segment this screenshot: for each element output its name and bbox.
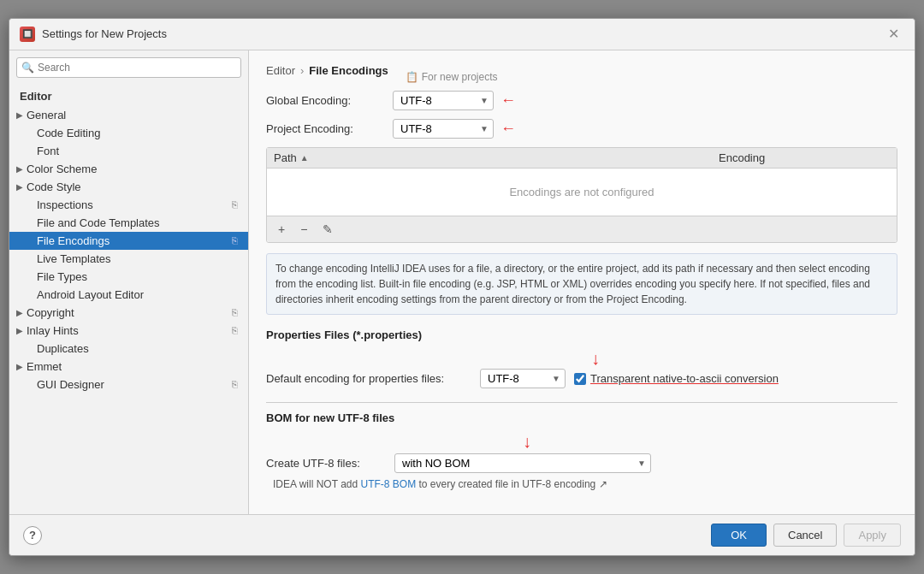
section-divider [266,402,897,403]
bom-heading: BOM for new UTF-8 files [266,411,897,424]
sidebar-item-file-types[interactable]: File Types [9,268,248,286]
sidebar-item-color-scheme[interactable]: ▶ Color Scheme [9,160,248,178]
table-toolbar: + − ✎ [267,216,897,243]
sidebar-item-code-style[interactable]: ▶ Code Style [9,178,248,196]
project-encoding-select[interactable]: UTF-8 UTF-16 ISO-8859-1 Windows-1252 [393,119,494,139]
content-area: 🔍 Editor ▶ General Code Editing Font ▶ [9,50,915,515]
path-column-label: Path [274,151,297,164]
gui-designer-badge: ⎘ [232,379,238,389]
sidebar: 🔍 Editor ▶ General Code Editing Font ▶ [9,50,249,515]
sort-asc-icon: ▲ [300,153,309,163]
props-encoding-select-wrapper: UTF-8 UTF-16 ISO-8859-1 ▼ [480,369,566,388]
breadcrumb: Editor › File Encodings [266,64,388,77]
create-utf8-row: Create UTF-8 files: with NO BOM with BOM… [266,453,897,473]
sidebar-section: Editor ▶ General Code Editing Font ▶ Col… [9,83,248,397]
sidebar-item-inlay-hints[interactable]: ▶ Inlay Hints ⎘ [9,322,248,340]
bom-note-suffix: to every created file in UTF-8 encoding [416,478,595,490]
sidebar-item-label: Code Style [27,180,81,193]
help-button[interactable]: ? [23,526,42,545]
global-encoding-arrow: ← [500,92,516,109]
breadcrumb-separator: › [300,64,304,77]
breadcrumb-parent: Editor [266,64,295,77]
window-title: Settings for New Projects [42,27,167,40]
project-encoding-row: Project Encoding: UTF-8 UTF-16 ISO-8859-… [266,119,897,139]
sidebar-item-live-templates[interactable]: Live Templates [9,250,248,268]
sidebar-item-gui-designer[interactable]: GUI Designer ⎘ [9,376,248,394]
create-utf8-label: Create UTF-8 files: [266,457,386,470]
encodings-table: Path ▲ Encoding Encodings are not config… [266,147,897,244]
sidebar-item-duplicates[interactable]: Duplicates [9,340,248,358]
project-encoding-select-wrapper: UTF-8 UTF-16 ISO-8859-1 Windows-1252 ▼ [393,119,494,139]
sidebar-item-inspections[interactable]: Inspections ⎘ [9,196,248,214]
bom-arrow-row: ↓ [523,433,897,450]
sidebar-item-label: Code Editing [37,127,100,139]
sidebar-item-label: Font [37,145,59,157]
properties-heading: Properties Files (*.properties) [266,328,897,341]
sidebar-item-label: Inspections [37,198,93,211]
sidebar-item-label: Live Templates [37,252,110,265]
info-text: To change encoding IntelliJ IDEA uses fo… [266,253,897,315]
sidebar-group-editor: Editor [9,86,248,106]
for-new-projects-label: For new projects [422,71,498,83]
sidebar-item-font[interactable]: Font [9,142,248,160]
sidebar-item-label: Duplicates [37,342,89,355]
bom-section: BOM for new UTF-8 files ↓ Create UTF-8 f… [266,411,897,490]
transparent-checkbox[interactable] [574,373,586,385]
table-header: Path ▲ Encoding [267,148,897,169]
edit-encoding-button[interactable]: ✎ [317,220,339,240]
sidebar-item-emmet[interactable]: ▶ Emmet [9,358,248,376]
default-encoding-row: Default encoding for properties files: U… [266,369,897,388]
encoding-column-header: Encoding [719,151,890,164]
remove-encoding-button[interactable]: − [294,220,313,240]
breadcrumb-for-new: 📋 For new projects [406,71,498,83]
sidebar-item-file-code-templates[interactable]: File and Code Templates [9,214,248,232]
sidebar-item-android-layout[interactable]: Android Layout Editor [9,286,248,304]
search-box: 🔍 [16,57,241,78]
apply-button[interactable]: Apply [844,524,901,547]
sidebar-item-code-editing[interactable]: Code Editing [9,124,248,142]
search-input[interactable] [16,57,241,78]
bom-note-prefix: IDEA will NOT add [273,478,360,490]
app-icon: 🔲 [20,27,35,42]
ok-button[interactable]: OK [711,524,767,547]
global-encoding-label: Global Encoding: [266,94,386,107]
title-bar: 🔲 Settings for New Projects ✕ [9,19,915,50]
file-encodings-badge: ⎘ [232,235,238,246]
properties-section: Properties Files (*.properties) ↓ Defaul… [266,328,897,388]
sidebar-item-label: File and Code Templates [37,216,160,229]
inlay-hints-badge: ⎘ [232,325,238,335]
utf8-bom-link: UTF-8 BOM [360,478,416,490]
sidebar-item-copyright[interactable]: ▶ Copyright ⎘ [9,304,248,322]
chevron-right-icon: ▶ [16,110,23,120]
search-wrapper: 🔍 [16,57,241,78]
transparent-checkbox-label: Transparent native-to-ascii conversion [574,372,779,385]
global-encoding-select[interactable]: UTF-8 UTF-16 ISO-8859-1 Windows-1252 [393,91,494,110]
chevron-right-icon: ▶ [16,326,23,335]
default-encoding-label: Default encoding for properties files: [266,372,471,385]
title-bar-left: 🔲 Settings for New Projects [20,27,167,42]
sidebar-item-label: File Encodings [37,234,110,247]
dialog-footer: ? OK Cancel Apply [9,514,915,555]
close-button[interactable]: ✕ [883,26,904,43]
properties-down-arrow: ↓ [591,350,600,367]
chevron-right-icon: ▶ [16,362,23,371]
sidebar-item-label: Color Scheme [27,163,97,175]
footer-right: OK Cancel Apply [711,524,901,547]
sidebar-item-general[interactable]: ▶ General [9,106,248,124]
cancel-button[interactable]: Cancel [773,524,837,547]
sidebar-item-file-encodings[interactable]: File Encodings ⎘ [9,232,248,250]
sidebar-item-label: Emmet [27,360,62,373]
bom-select[interactable]: with NO BOM with BOM with BOM (never ask… [394,453,651,473]
path-column-header: Path ▲ [274,151,719,164]
breadcrumb-row: Editor › File Encodings 📋 For new projec… [266,64,897,91]
global-encoding-select-wrapper: UTF-8 UTF-16 ISO-8859-1 Windows-1252 ▼ [393,91,494,110]
chevron-right-icon: ▶ [16,182,23,192]
add-encoding-button[interactable]: + [272,220,291,240]
global-encoding-row: Global Encoding: UTF-8 UTF-16 ISO-8859-1… [266,91,897,110]
bom-select-wrapper: with NO BOM with BOM with BOM (never ask… [394,453,651,473]
props-encoding-select[interactable]: UTF-8 UTF-16 ISO-8859-1 [480,369,566,388]
settings-window: 🔲 Settings for New Projects ✕ 🔍 Editor ▶… [9,18,915,557]
copyright-badge: ⎘ [232,307,238,317]
for-new-projects-icon: 📋 [406,71,418,83]
table-empty-message: Encodings are not configured [267,169,897,216]
